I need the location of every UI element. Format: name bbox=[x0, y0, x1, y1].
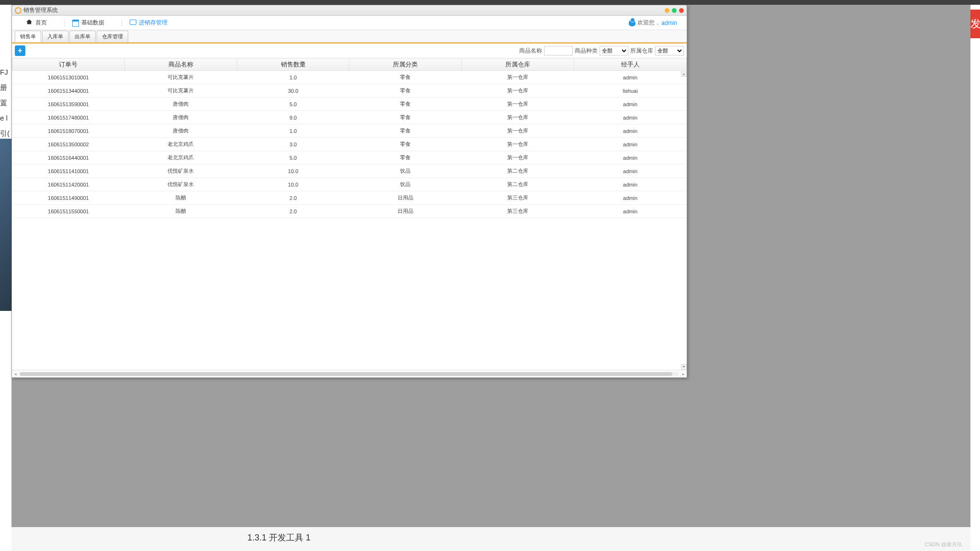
filter-warehouse-select[interactable]: 全部 bbox=[655, 46, 684, 55]
cell-wh: 第一仓库 bbox=[462, 151, 574, 165]
minimize-button[interactable] bbox=[665, 8, 669, 13]
scroll-right-button[interactable]: ▸ bbox=[680, 371, 687, 377]
table-row[interactable]: 16061511490001陈醋2.0日用品第三仓库admin bbox=[12, 191, 687, 205]
cell-user: admin bbox=[574, 191, 687, 205]
cell-wh: 第一仓库 bbox=[462, 71, 574, 84]
cell-id: 16061516440001 bbox=[12, 151, 125, 165]
cell-name: 唐僧肉 bbox=[124, 98, 237, 111]
scroll-track[interactable] bbox=[20, 372, 679, 376]
scroll-down-button[interactable]: ▾ bbox=[681, 364, 687, 370]
menu-home-label: 首页 bbox=[35, 19, 47, 27]
background-right-panel: 发 bbox=[970, 5, 980, 551]
table-row[interactable]: 16061511410001优悦矿泉水10.0饮品第二仓库admin bbox=[12, 165, 687, 178]
cell-cat: 零食 bbox=[349, 138, 462, 151]
toolbar: + 商品名称 商品种类 全部 所属仓库 全部 bbox=[12, 44, 687, 58]
data-grid[interactable]: 订单号商品名称销售数量所属分类所属仓库经手人 16061513010001可比克… bbox=[12, 58, 687, 370]
column-header[interactable]: 销售数量 bbox=[237, 58, 349, 71]
menu-home[interactable]: 首页 bbox=[22, 17, 52, 29]
menu-separator bbox=[64, 20, 65, 26]
cell-name: 唐僧肉 bbox=[124, 124, 237, 138]
cell-qty: 9.0 bbox=[237, 111, 349, 124]
cell-qty: 5.0 bbox=[237, 151, 349, 165]
csdn-watermark: CSDN @柴月玖. bbox=[925, 541, 964, 548]
cell-id: 16061513500002 bbox=[12, 138, 125, 151]
cell-qty: 5.0 bbox=[237, 98, 349, 111]
cell-cat: 零食 bbox=[349, 84, 462, 98]
table-body: 16061513010001可比克薯片1.0零食第一仓库admin1606151… bbox=[12, 71, 687, 218]
table-header-row: 订单号商品名称销售数量所属分类所属仓库经手人 bbox=[12, 58, 687, 71]
table-row[interactable]: 16061516440001老北京鸡爪5.0零食第一仓库admin bbox=[12, 151, 687, 165]
cell-user: admin bbox=[574, 111, 687, 124]
column-header[interactable]: 订单号 bbox=[12, 58, 125, 71]
table-row[interactable]: 16061517480001唐僧肉9.0零食第一仓库admin bbox=[12, 111, 687, 124]
column-header[interactable]: 所属仓库 bbox=[462, 58, 574, 71]
horizontal-scrollbar[interactable]: ◂ ▸ bbox=[12, 370, 687, 377]
filter-category-select[interactable]: 全部 bbox=[600, 46, 628, 55]
vertical-scrollbar[interactable]: ▴ ▾ bbox=[681, 71, 687, 370]
table-row[interactable]: 16061513010001可比克薯片1.0零食第一仓库admin bbox=[12, 71, 687, 84]
cell-user: admin bbox=[574, 178, 687, 191]
table-row[interactable]: 16061511550001陈醋2.0日用品第三仓库admin bbox=[12, 205, 687, 218]
tabbar: 销售单入库单出库单仓库管理 bbox=[12, 30, 687, 43]
cell-qty: 1.0 bbox=[237, 124, 349, 138]
cell-id: 16061511420001 bbox=[12, 178, 125, 191]
add-button[interactable]: + bbox=[15, 45, 25, 56]
cell-cat: 零食 bbox=[349, 151, 462, 165]
tab-0[interactable]: 销售单 bbox=[15, 31, 41, 42]
app-window: 销售管理系统 首页 基础数据 进销存管理 欢迎您， admin 销售单入库单出库… bbox=[11, 5, 687, 378]
user-icon bbox=[629, 20, 635, 26]
cell-wh: 第一仓库 bbox=[462, 84, 574, 98]
close-button[interactable] bbox=[679, 8, 684, 13]
table-row[interactable]: 16061511420001优悦矿泉水10.0饮品第二仓库admin bbox=[12, 178, 687, 191]
cell-id: 16061518070001 bbox=[12, 124, 125, 138]
tab-1[interactable]: 入库单 bbox=[42, 31, 68, 42]
filter-name-input[interactable] bbox=[544, 46, 573, 55]
menu-basic-label: 基础数据 bbox=[81, 19, 104, 27]
cell-user: admin bbox=[574, 165, 687, 178]
user-box[interactable]: 欢迎您， admin bbox=[629, 19, 677, 27]
cell-id: 16061511550001 bbox=[12, 205, 125, 218]
cell-cat: 零食 bbox=[349, 111, 462, 124]
table-row[interactable]: 16061518070001唐僧肉1.0零食第一仓库admin bbox=[12, 124, 687, 138]
plus-icon: + bbox=[18, 46, 22, 55]
cell-wh: 第二仓库 bbox=[462, 165, 574, 178]
menu-inventory[interactable]: 进销存管理 bbox=[125, 17, 172, 29]
column-header[interactable]: 商品名称 bbox=[124, 58, 237, 71]
cell-qty: 3.0 bbox=[237, 138, 349, 151]
table-row[interactable]: 16061513590001唐僧肉5.0零食第一仓库admin bbox=[12, 98, 687, 111]
cell-user: admin bbox=[574, 205, 687, 218]
cell-qty: 2.0 bbox=[237, 205, 349, 218]
tab-3[interactable]: 仓库管理 bbox=[97, 31, 128, 42]
menu-basic-data[interactable]: 基础数据 bbox=[67, 17, 109, 29]
bg-text-fragment: 置 bbox=[0, 98, 11, 108]
cell-user: admin bbox=[574, 151, 687, 165]
cell-cat: 饮品 bbox=[349, 178, 462, 191]
cell-qty: 30.0 bbox=[237, 84, 349, 98]
cell-wh: 第三仓库 bbox=[462, 191, 574, 205]
cell-cat: 日用品 bbox=[349, 191, 462, 205]
tab-2[interactable]: 出库单 bbox=[69, 31, 96, 42]
maximize-button[interactable] bbox=[672, 8, 677, 13]
table-row[interactable]: 16061513500002老北京鸡爪3.0零食第一仓库admin bbox=[12, 138, 687, 151]
bg-text-fragment: 册 bbox=[0, 82, 11, 93]
cell-wh: 第二仓库 bbox=[462, 178, 574, 191]
table-row[interactable]: 16061513440001可比克薯片30.0零食第一仓库lishuai bbox=[12, 84, 687, 98]
cell-cat: 零食 bbox=[349, 71, 462, 84]
cell-qty: 2.0 bbox=[237, 191, 349, 205]
cell-user: admin bbox=[574, 98, 687, 111]
cell-name: 陈醋 bbox=[124, 205, 237, 218]
titlebar[interactable]: 销售管理系统 bbox=[12, 5, 687, 16]
column-header[interactable]: 所属分类 bbox=[349, 58, 462, 71]
username: admin bbox=[661, 20, 677, 26]
cell-name: 老北京鸡爪 bbox=[124, 151, 237, 165]
column-header[interactable]: 经手人 bbox=[574, 58, 687, 71]
section-heading: 1.3.1 开发工具 1 bbox=[247, 532, 311, 543]
scroll-up-button[interactable]: ▴ bbox=[681, 71, 687, 77]
window-title: 销售管理系统 bbox=[23, 6, 58, 14]
cell-id: 16061517480001 bbox=[12, 111, 125, 124]
cell-name: 优悦矿泉水 bbox=[124, 165, 237, 178]
scroll-left-button[interactable]: ◂ bbox=[12, 371, 19, 377]
filter-name-label: 商品名称 bbox=[519, 47, 542, 55]
scroll-thumb[interactable] bbox=[20, 372, 672, 376]
home-icon bbox=[26, 20, 33, 26]
